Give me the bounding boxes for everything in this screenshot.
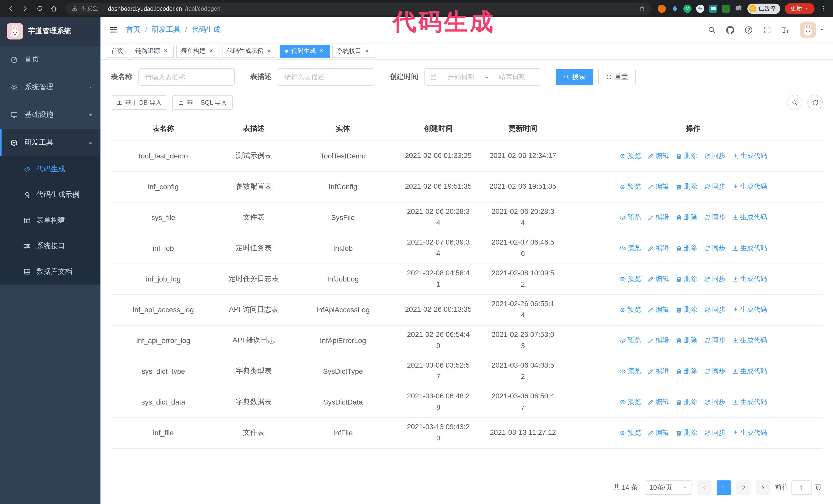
close-icon[interactable]: × <box>363 47 371 55</box>
row-action-delete[interactable]: 删除 <box>675 305 697 314</box>
goto-page-input[interactable] <box>791 480 812 495</box>
next-page-button[interactable] <box>756 480 770 495</box>
row-action-edit[interactable]: 编辑 <box>647 305 669 314</box>
fullscreen-icon[interactable] <box>763 25 771 34</box>
table-desc-input[interactable] <box>278 68 374 86</box>
row-action-generate[interactable]: 生成代码 <box>732 398 767 407</box>
tag-home[interactable]: 首页 <box>106 44 128 58</box>
forward-icon[interactable] <box>20 3 31 14</box>
user-avatar[interactable] <box>800 22 825 38</box>
row-action-sync[interactable]: 同步 <box>704 305 725 314</box>
sidebar-subitem-api[interactable]: 系统接口 <box>0 233 100 259</box>
row-action-edit[interactable]: 编辑 <box>647 274 669 284</box>
sidebar-subitem-form-builder[interactable]: 表单构建 <box>0 208 100 233</box>
table-name-input[interactable] <box>138 68 235 86</box>
row-action-delete[interactable]: 删除 <box>675 151 697 161</box>
import-sql-button[interactable]: 基于 SQL 导入 <box>172 95 233 110</box>
hamburger-icon[interactable] <box>100 25 126 34</box>
row-action-generate[interactable]: 生成代码 <box>732 336 767 345</box>
date-range-picker[interactable]: 开始日期 - 结束日期 <box>425 68 540 86</box>
sidebar-item-devtools[interactable]: 研发工具 <box>0 129 100 157</box>
row-action-preview[interactable]: 预览 <box>619 428 641 437</box>
page-button-2[interactable]: 2 <box>736 480 751 495</box>
close-icon[interactable]: × <box>208 47 215 55</box>
row-action-generate[interactable]: 生成代码 <box>732 428 767 437</box>
row-action-preview[interactable]: 预览 <box>619 151 641 161</box>
extension-icon-people[interactable] <box>696 4 704 13</box>
row-action-generate[interactable]: 生成代码 <box>732 367 767 376</box>
row-action-edit[interactable]: 编辑 <box>647 151 669 161</box>
sidebar-subitem-codegen-example[interactable]: 代码生成示例 <box>0 182 100 208</box>
search-icon[interactable] <box>708 25 716 34</box>
breadcrumb-home[interactable]: 首页 <box>126 25 140 34</box>
reset-button[interactable]: 重置 <box>598 69 636 85</box>
github-icon[interactable] <box>726 25 735 34</box>
row-action-delete[interactable]: 删除 <box>675 367 697 376</box>
chrome-menu-icon[interactable]: ⋮ <box>819 5 828 12</box>
prev-page-button[interactable] <box>697 480 712 495</box>
row-action-preview[interactable]: 预览 <box>619 213 641 222</box>
help-icon[interactable] <box>744 25 753 34</box>
sidebar-item-infra[interactable]: 基础设施 <box>0 101 100 129</box>
row-action-preview[interactable]: 预览 <box>619 398 641 407</box>
row-action-sync[interactable]: 同步 <box>704 182 725 191</box>
row-action-edit[interactable]: 编辑 <box>647 213 669 222</box>
row-action-delete[interactable]: 删除 <box>675 428 697 437</box>
extension-icon-dark-green[interactable] <box>722 4 730 13</box>
row-action-generate[interactable]: 生成代码 <box>732 182 767 191</box>
extension-icon-card[interactable] <box>709 4 717 13</box>
page-button-1[interactable]: 1 <box>717 480 731 495</box>
close-icon[interactable]: × <box>318 47 325 55</box>
row-action-generate[interactable]: 生成代码 <box>732 274 767 284</box>
extension-icon-orange[interactable] <box>658 4 666 13</box>
extension-icon-drop[interactable] <box>670 4 679 13</box>
extensions-puzzle-icon[interactable] <box>735 4 743 13</box>
row-action-preview[interactable]: 预览 <box>619 336 641 345</box>
tag-form-builder[interactable]: 表单构建× <box>176 44 219 58</box>
reload-icon[interactable] <box>34 3 45 14</box>
row-action-sync[interactable]: 同步 <box>704 213 725 222</box>
chrome-update-button[interactable]: 更新 <box>785 3 814 14</box>
row-action-edit[interactable]: 编辑 <box>647 367 669 376</box>
row-action-edit[interactable]: 编辑 <box>647 428 669 437</box>
sidebar-logo[interactable]: 芋道管理系统 <box>0 17 100 46</box>
row-action-sync[interactable]: 同步 <box>704 151 725 161</box>
sidebar-item-system[interactable]: 系统管理 <box>0 73 100 101</box>
row-action-preview[interactable]: 预览 <box>619 305 641 314</box>
import-db-button[interactable]: 基于 DB 导入 <box>111 95 167 110</box>
row-action-edit[interactable]: 编辑 <box>647 336 669 345</box>
search-button[interactable]: 搜索 <box>556 69 593 85</box>
row-action-generate[interactable]: 生成代码 <box>732 305 767 314</box>
toggle-search-button[interactable] <box>787 95 802 110</box>
row-action-preview[interactable]: 预览 <box>619 367 641 376</box>
row-action-delete[interactable]: 删除 <box>675 336 697 345</box>
tag-codegen[interactable]: 代码生成× <box>280 44 330 58</box>
row-action-sync[interactable]: 同步 <box>704 398 725 407</box>
refresh-table-button[interactable] <box>807 95 823 110</box>
row-action-delete[interactable]: 删除 <box>675 213 697 222</box>
sidebar-subitem-codegen[interactable]: 代码生成 <box>0 157 100 182</box>
tag-codegen-example[interactable]: 代码生成示例× <box>222 44 277 58</box>
row-action-sync[interactable]: 同步 <box>704 243 725 253</box>
row-action-sync[interactable]: 同步 <box>704 367 725 376</box>
row-action-sync[interactable]: 同步 <box>704 336 725 345</box>
row-action-edit[interactable]: 编辑 <box>647 182 669 191</box>
row-action-edit[interactable]: 编辑 <box>647 243 669 253</box>
row-action-delete[interactable]: 删除 <box>675 243 697 253</box>
bookmark-star-icon[interactable] <box>639 5 645 12</box>
extension-icon-green-v[interactable]: V <box>683 4 691 13</box>
font-size-icon[interactable] <box>781 25 790 34</box>
address-bar[interactable]: 不安全 | dashboard.yudao.iocoder.cn/tool/co… <box>66 2 651 15</box>
breadcrumb-section[interactable]: 研发工具 <box>152 25 181 34</box>
row-action-preview[interactable]: 预览 <box>619 243 641 253</box>
row-action-generate[interactable]: 生成代码 <box>732 243 767 253</box>
tag-api[interactable]: 系统接口× <box>332 44 375 58</box>
tag-tracing[interactable]: 链路追踪× <box>131 44 174 58</box>
paused-badge[interactable]: 已暂停 <box>747 3 780 14</box>
home-icon[interactable] <box>48 3 60 14</box>
security-label[interactable]: 不安全 <box>80 5 98 12</box>
close-icon[interactable]: × <box>162 47 169 55</box>
row-action-preview[interactable]: 预览 <box>619 182 641 191</box>
sidebar-subitem-db-doc[interactable]: 数据库文档 <box>0 259 100 285</box>
row-action-generate[interactable]: 生成代码 <box>732 213 767 222</box>
